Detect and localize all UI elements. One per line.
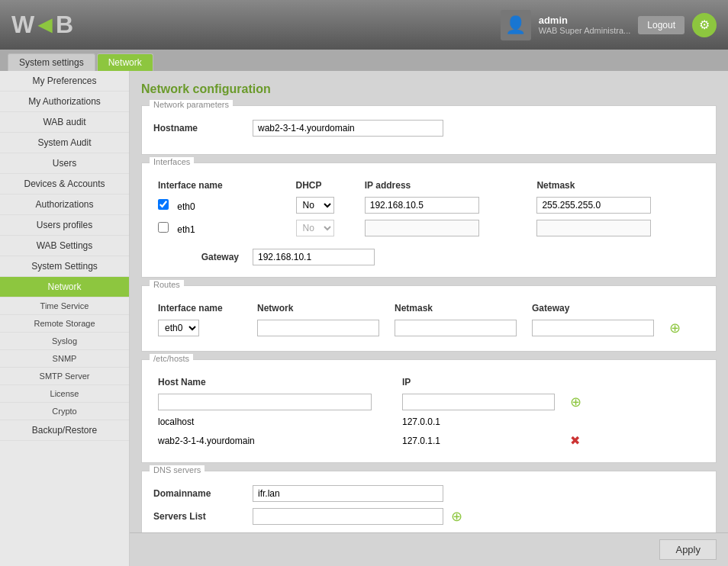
host-name-1: localhost	[158, 416, 194, 427]
sidebar-item-time-service[interactable]: Time Service	[0, 297, 129, 315]
hostname-input[interactable]	[253, 120, 443, 137]
sidebar-item-users-profiles[interactable]: Users profiles	[0, 215, 129, 236]
interfaces-table: Interface name DHCP IP address Netmask e…	[153, 177, 704, 240]
sidebar-item-smtp-server[interactable]: SMTP Server	[0, 368, 129, 385]
servers-list-label: Servers List	[153, 511, 245, 522]
eth1-checkbox[interactable]	[158, 222, 169, 233]
eth0-checkbox[interactable]	[158, 199, 169, 210]
routes-col-iface: Interface name	[153, 300, 253, 317]
etc-hosts-label: /etc/hosts	[150, 354, 193, 363]
domainname-input[interactable]	[253, 485, 443, 502]
add-host-button[interactable]: ⊕	[570, 394, 581, 410]
gateway-input[interactable]	[253, 249, 375, 265]
avatar: 👤	[501, 10, 531, 40]
table-row: eth0 eth1 ⊕	[153, 317, 704, 339]
routes-col-gateway: Gateway	[527, 300, 665, 317]
sidebar-item-network[interactable]: Network	[0, 277, 129, 297]
interfaces-label: Interfaces	[150, 157, 194, 166]
gateway-label: Gateway	[153, 252, 245, 262]
tab-network[interactable]: Network	[97, 53, 153, 71]
routes-label: Routes	[150, 280, 184, 289]
sidebar-item-wab-settings[interactable]: WAB Settings	[0, 236, 129, 256]
network-params-label: Network parameters	[150, 100, 233, 109]
eth0-netmask-input[interactable]	[536, 197, 651, 214]
logo: W◄B	[11, 11, 72, 39]
routes-col-netmask: Netmask	[390, 300, 527, 317]
eth1-netmask-input[interactable]	[536, 220, 651, 236]
sidebar-item-devices-accounts[interactable]: Devices & Accounts	[0, 174, 129, 195]
eth0-label: eth0	[177, 201, 195, 212]
sidebar-item-crypto[interactable]: Crypto	[0, 403, 129, 420]
user-role: WAB Super Administra...	[539, 26, 631, 35]
main-content: Network configuration Network parameters…	[130, 71, 728, 566]
sidebar-item-wab-audit[interactable]: WAB audit	[0, 112, 129, 133]
routes-gateway-input[interactable]	[532, 320, 654, 336]
sidebar-item-my-preferences[interactable]: My Preferences	[0, 71, 129, 92]
sidebar-item-backup-restore[interactable]: Backup/Restore	[0, 420, 129, 441]
logout-button[interactable]: Logout	[638, 16, 685, 34]
routes-iface-select[interactable]: eth0 eth1	[158, 320, 199, 336]
new-dns-server-input[interactable]	[253, 508, 443, 525]
page-title: Network configuration	[141, 82, 717, 96]
routes-network-input[interactable]	[257, 320, 379, 336]
routes-section: Routes Interface name Network Netmask Ga…	[141, 285, 717, 352]
domainname-label: Domainname	[153, 488, 245, 499]
col-interface-name: Interface name	[153, 177, 292, 194]
user-name: admin	[539, 14, 631, 26]
host-ip-2: 127.0.1.1	[402, 436, 440, 446]
table-row: localhost 127.0.0.1	[153, 413, 704, 430]
sidebar-item-syslog[interactable]: Syslog	[0, 333, 129, 350]
eth0-dhcp-select[interactable]: No Yes	[296, 197, 334, 214]
col-dhcp: DHCP	[292, 177, 360, 194]
col-ip: IP address	[360, 177, 533, 194]
sidebar-item-snmp[interactable]: SNMP	[0, 350, 129, 368]
hosts-col-ip: IP	[398, 374, 565, 391]
hostname-label: Hostname	[153, 123, 245, 133]
host-name-2: wab2-3-1-4.yourdomain	[158, 436, 255, 446]
hosts-table: Host Name IP ⊕ localhost 127.0.0.1	[153, 374, 704, 451]
header: W◄B 👤 admin WAB Super Administra... Logo…	[0, 0, 728, 50]
remove-host-2-button[interactable]: ✖	[570, 433, 580, 448]
table-row: eth0 No Yes	[153, 194, 704, 217]
user-info: admin WAB Super Administra...	[539, 14, 631, 35]
eth1-ip-input[interactable]	[365, 220, 479, 236]
new-host-ip-input[interactable]	[402, 394, 555, 410]
routes-col-network: Network	[253, 300, 390, 317]
sidebar-item-remote-storage[interactable]: Remote Storage	[0, 315, 129, 333]
user-icon: ⚙	[692, 13, 717, 37]
eth0-ip-input[interactable]	[365, 197, 479, 214]
network-params-section: Network parameters Hostname	[141, 105, 717, 155]
sidebar: My Preferences My Authorizations WAB aud…	[0, 71, 130, 566]
table-row: eth1 No Yes	[153, 217, 704, 240]
sidebar-item-system-settings[interactable]: System Settings	[0, 256, 129, 277]
routes-netmask-input[interactable]	[395, 320, 517, 336]
sidebar-item-users[interactable]: Users	[0, 153, 129, 174]
eth1-dhcp-select[interactable]: No Yes	[296, 220, 334, 236]
dns-section-label: DNS servers	[150, 465, 205, 474]
tab-system-settings[interactable]: System settings	[8, 53, 95, 71]
sidebar-item-authorizations[interactable]: Authorizations	[0, 195, 129, 215]
new-host-name-input[interactable]	[158, 394, 372, 410]
col-netmask: Netmask	[532, 177, 704, 194]
nav-tabs: System settings Network	[0, 50, 728, 71]
apply-button[interactable]: Apply	[659, 539, 717, 560]
routes-table: Interface name Network Netmask Gateway e…	[153, 300, 704, 339]
sidebar-item-system-audit[interactable]: System Audit	[0, 133, 129, 153]
user-area: 👤 admin WAB Super Administra... Logout ⚙	[501, 10, 717, 40]
sidebar-item-license[interactable]: License	[0, 385, 129, 403]
host-ip-1: 127.0.0.1	[402, 416, 440, 427]
add-dns-server-button[interactable]: ⊕	[451, 508, 462, 525]
sidebar-item-my-authorizations[interactable]: My Authorizations	[0, 92, 129, 112]
add-route-button[interactable]: ⊕	[669, 320, 681, 336]
hosts-col-hostname: Host Name	[153, 374, 398, 391]
table-row: wab2-3-1-4.yourdomain 127.0.1.1 ✖	[153, 430, 704, 451]
footer-bar: Apply	[130, 532, 728, 566]
table-row: ⊕	[153, 391, 704, 413]
etc-hosts-section: /etc/hosts Host Name IP ⊕	[141, 359, 717, 463]
layout: My Preferences My Authorizations WAB aud…	[0, 71, 728, 566]
eth1-label: eth1	[177, 224, 195, 235]
interfaces-section: Interfaces Interface name DHCP IP addres…	[141, 162, 717, 278]
